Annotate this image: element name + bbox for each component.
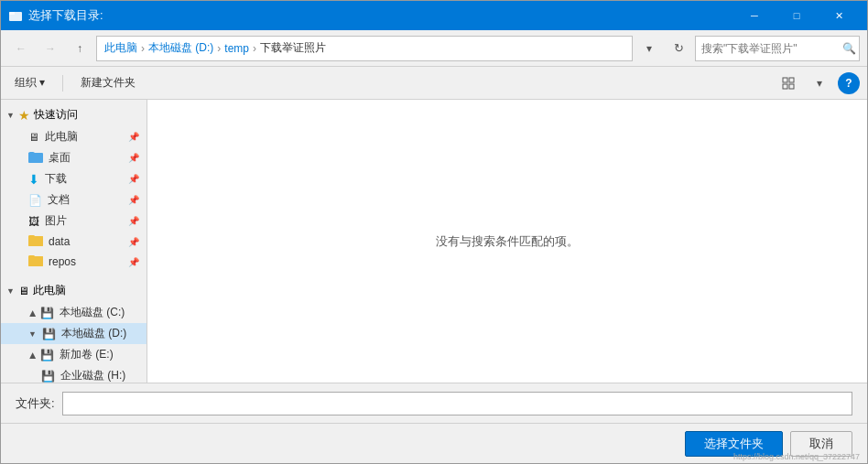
disk-c-chevron: ▶: [27, 309, 37, 316]
svg-rect-2: [783, 78, 787, 82]
view-toggle-button[interactable]: [776, 72, 801, 94]
maximize-button[interactable]: □: [776, 1, 818, 30]
sidebar-label: 文档: [48, 192, 70, 208]
address-bar: ← → ↑ 此电脑 › 本地磁盘 (D:) › temp › 下载举证照片 ▾ …: [1, 30, 867, 67]
this-pc-label: 此电脑: [33, 283, 66, 298]
sidebar-item-repos[interactable]: repos 📌: [1, 252, 146, 272]
breadcrumb-temp[interactable]: temp: [224, 42, 249, 55]
quick-access-header[interactable]: ▼ ★ 快速访问: [1, 103, 146, 126]
main-content: ▼ ★ 快速访问 🖥 此电脑 📌 桌面 📌 ⬇: [1, 100, 867, 383]
title-bar-controls: ─ □ ✕: [733, 1, 860, 30]
sidebar-item-h[interactable]: ▶ 💾 企业磁盘 (H:): [1, 365, 146, 383]
action-bar: 选择文件夹 取消 https://blog.csdn.net/qq_372227…: [1, 423, 867, 463]
svg-rect-5: [789, 84, 794, 89]
this-pc-header[interactable]: ▼ 🖥 此电脑: [1, 279, 146, 302]
pin-icon: 📌: [128, 174, 139, 184]
sidebar-item-e[interactable]: ▶ 💾 新加卷 (E:): [1, 344, 146, 365]
svg-rect-4: [783, 84, 787, 89]
sidebar-item-downloads[interactable]: ⬇ 下载 📌: [1, 168, 146, 189]
pin-icon: 📌: [128, 195, 139, 205]
pin-icon: 📌: [128, 153, 139, 163]
sidebar-item-c[interactable]: ▶ 💾 本地磁盘 (C:): [1, 302, 146, 323]
disk-h-icon2: 💾: [41, 370, 55, 383]
toolbar-right: ▾ ?: [776, 72, 860, 94]
search-input[interactable]: [701, 42, 839, 55]
breadcrumb-expand-button[interactable]: ▾: [636, 36, 662, 61]
pin-icon: 📌: [128, 257, 139, 267]
pin-icon: 📌: [128, 237, 139, 247]
sidebar-label: 新加卷 (E:): [60, 347, 114, 362]
svg-rect-1: [9, 12, 15, 15]
refresh-button[interactable]: ↻: [666, 36, 691, 61]
folder-data-icon: [28, 234, 43, 249]
window-icon: [8, 8, 23, 23]
forward-button[interactable]: →: [38, 36, 63, 61]
sidebar-item-documents[interactable]: 📄 文档 📌: [1, 189, 146, 210]
view-dropdown-button[interactable]: ▾: [807, 72, 832, 94]
sidebar-item-d[interactable]: ▼ 💾 本地磁盘 (D:): [1, 323, 146, 344]
folder-path-input[interactable]: [62, 392, 852, 415]
organize-button[interactable]: 组织 ▾: [8, 70, 51, 95]
sidebar: ▼ ★ 快速访问 🖥 此电脑 📌 桌面 📌 ⬇: [1, 100, 147, 383]
svg-rect-3: [789, 78, 794, 82]
sidebar-item-pictures[interactable]: 🖼 图片 📌: [1, 210, 146, 232]
sidebar-label: 企业磁盘 (H:): [60, 368, 125, 383]
toolbar: 组织 ▾ 新建文件夹 ▾ ?: [1, 67, 867, 100]
empty-message: 没有与搜索条件匹配的项。: [436, 233, 579, 250]
sidebar-label: 本地磁盘 (C:): [60, 305, 125, 320]
close-button[interactable]: ✕: [818, 1, 860, 30]
breadcrumb-pc[interactable]: 此电脑: [104, 40, 137, 56]
disk-e-icon: 💾: [40, 349, 54, 361]
window-title: 选择下载目录:: [28, 7, 733, 24]
back-button[interactable]: ←: [8, 36, 34, 61]
disk-e-chevron: ▶: [27, 351, 37, 358]
pc-icon: 🖥: [28, 131, 39, 144]
sidebar-item-desktop[interactable]: 桌面 📌: [1, 147, 146, 168]
sidebar-item-data[interactable]: data 📌: [1, 232, 146, 252]
title-bar: 选择下载目录: ─ □ ✕: [1, 1, 867, 30]
sidebar-label: 本地磁盘 (D:): [61, 326, 126, 341]
quick-access-label: 快速访问: [34, 107, 78, 123]
pin-icon: 📌: [128, 216, 139, 226]
quick-access-chevron: ▼: [6, 111, 15, 120]
sidebar-label: 此电脑: [45, 129, 78, 145]
breadcrumb-d[interactable]: 本地磁盘 (D:): [148, 40, 213, 56]
help-button[interactable]: ?: [838, 72, 860, 94]
up-button[interactable]: ↑: [67, 36, 92, 61]
disk-c-icon: 💾: [40, 307, 54, 319]
search-box: 🔍: [695, 36, 860, 61]
folder-desktop-icon: [28, 151, 43, 166]
sidebar-label: 下载: [45, 171, 67, 187]
disk-d-chevron: ▼: [28, 329, 37, 339]
quick-access-section: ▼ ★ 快速访问 🖥 此电脑 📌 桌面 📌 ⬇: [1, 100, 146, 275]
disk-d-icon: 💾: [42, 328, 56, 340]
minimize-button[interactable]: ─: [733, 1, 776, 30]
img-icon: 🖼: [28, 215, 39, 228]
status-bar-text: https://blog.csdn.net/qq_37222747: [733, 452, 860, 461]
sidebar-label: 桌面: [49, 150, 71, 166]
pc-icon2: 🖥: [18, 285, 29, 297]
this-pc-section: ▼ 🖥 此电脑 ▶ 💾 本地磁盘 (C:) ▼ 💾 本地磁盘 (D:): [1, 275, 146, 383]
pin-icon: 📌: [128, 132, 139, 142]
search-icon: 🔍: [842, 42, 856, 55]
folder-input-bar: 文件夹:: [1, 383, 867, 423]
toolbar-separator: [62, 75, 63, 92]
folder-repos-icon: [28, 254, 43, 269]
sidebar-label: 图片: [45, 213, 67, 229]
folder-label: 文件夹:: [16, 395, 55, 412]
new-folder-button[interactable]: 新建文件夹: [74, 70, 142, 95]
sidebar-item-this-pc-quick[interactable]: 🖥 此电脑 📌: [1, 126, 146, 147]
sidebar-label: data: [49, 235, 70, 248]
window: 选择下载目录: ─ □ ✕ ← → ↑ 此电脑 › 本地磁盘 (D:) › te…: [0, 0, 868, 464]
this-pc-chevron: ▼: [6, 286, 15, 296]
doc-icon: 📄: [28, 194, 42, 207]
download-icon: ⬇: [28, 172, 39, 187]
sidebar-label: repos: [49, 255, 76, 268]
breadcrumb-current: 下载举证照片: [260, 40, 326, 56]
file-area: 没有与搜索条件匹配的项。: [147, 100, 867, 383]
breadcrumb: 此电脑 › 本地磁盘 (D:) › temp › 下载举证照片: [96, 36, 633, 61]
star-icon: ★: [18, 108, 30, 123]
